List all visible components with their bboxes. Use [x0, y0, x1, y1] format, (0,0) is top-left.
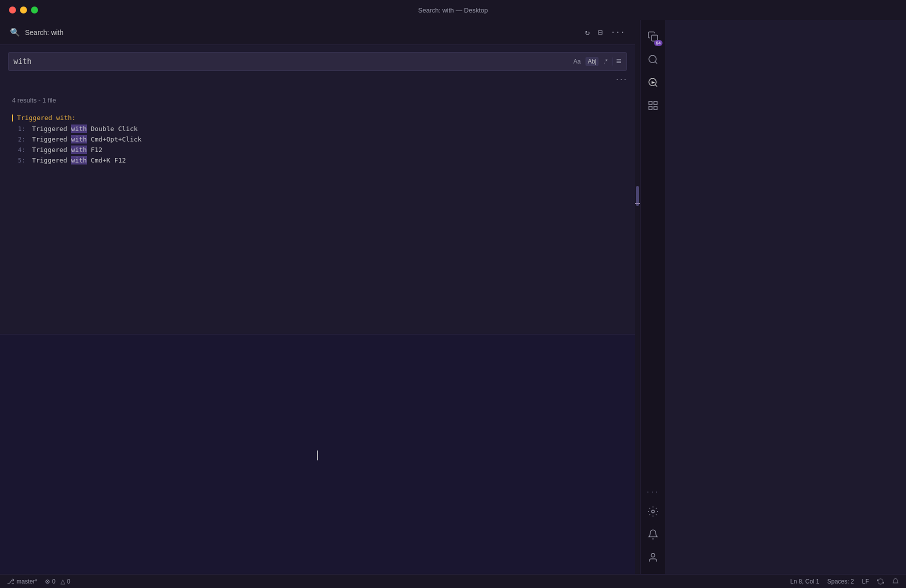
status-branch[interactable]: ⎇ master*	[7, 578, 37, 585]
svg-point-7	[652, 510, 654, 513]
sidebar-item-notifications[interactable]	[642, 524, 664, 545]
sidebar-item-settings[interactable]	[642, 501, 664, 522]
sidebar-item-extensions[interactable]	[642, 95, 664, 116]
search-header-title: Search: with	[25, 28, 64, 36]
status-spaces[interactable]: Spaces: 2	[828, 578, 854, 585]
maximize-button[interactable]	[31, 6, 38, 14]
left-panel: 🔍 Search: with ↻ ⊟ ··· Aa Ab| .* ≡	[0, 20, 635, 574]
main-layout: 🔍 Search: with ↻ ⊟ ··· Aa Ab| .* ≡	[0, 20, 906, 574]
line-content-1: Triggered with Double Click	[32, 125, 138, 132]
scrollbar-track[interactable]	[635, 20, 640, 574]
spaces-text: Spaces: 2	[828, 578, 854, 585]
minimize-button[interactable]	[20, 6, 27, 14]
table-row[interactable]: 4: Triggered with F12	[0, 144, 635, 155]
sidebar-item-search[interactable]	[642, 49, 664, 70]
scrollbar-line	[635, 203, 640, 204]
file-group: Triggered with: 1: Triggered with Double…	[0, 112, 635, 166]
table-row[interactable]: 2: Triggered with Cmd+Opt+Click	[0, 134, 635, 144]
sidebar-item-copy[interactable]: 64	[642, 26, 664, 47]
status-bar: ⎇ master* ⊗ 0 △ 0 Ln 8, Col 1 Spaces: 2 …	[0, 574, 906, 588]
error-icon: ⊗	[45, 578, 50, 585]
search-header-actions: ↻ ⊟ ···	[585, 28, 625, 38]
status-bell[interactable]	[892, 578, 899, 585]
table-row[interactable]: 5: Triggered with Cmd+K F12	[0, 155, 635, 166]
text-cursor: |	[314, 448, 320, 460]
more-icon[interactable]: ···	[610, 28, 625, 37]
results-area[interactable]: 4 results - 1 file Triggered with: 1: Tr…	[0, 86, 635, 334]
sidebar-item-account[interactable]	[642, 547, 664, 568]
position-text: Ln 8, Col 1	[790, 578, 820, 585]
error-count: 0	[52, 578, 56, 585]
line-content-5: Triggered with Cmd+K F12	[32, 156, 126, 164]
title-bar: Search: with — Desktop	[0, 0, 906, 20]
search-header: 🔍 Search: with ↻ ⊟ ···	[0, 20, 635, 45]
match-word-button[interactable]: Ab|	[586, 57, 598, 66]
branch-icon: ⎇	[7, 578, 14, 585]
close-button[interactable]	[9, 6, 16, 14]
match-case-button[interactable]: Aa	[572, 57, 583, 66]
sidebar-item-run[interactable]	[642, 72, 664, 93]
svg-rect-6	[654, 106, 656, 110]
right-sidebar: 64 ···	[640, 20, 665, 574]
filter-menu-icon[interactable]: ≡	[616, 56, 622, 66]
highlight-2: with	[71, 135, 86, 144]
table-row[interactable]: 1: Triggered with Double Click	[0, 124, 635, 134]
encoding-text: LF	[862, 578, 869, 585]
status-right: Ln 8, Col 1 Spaces: 2 LF	[790, 578, 899, 585]
status-sync[interactable]	[877, 578, 884, 585]
more-options-row: ···	[0, 76, 635, 86]
more-options-icon[interactable]: ···	[616, 76, 627, 84]
warning-icon: △	[60, 578, 65, 585]
line-number-4: 4:	[18, 146, 32, 154]
search-controls: Aa Ab| .* ≡	[572, 56, 622, 66]
status-encoding[interactable]: LF	[862, 578, 869, 585]
file-name[interactable]: Triggered with:	[0, 112, 635, 124]
svg-rect-5	[648, 106, 652, 110]
line-content-4: Triggered with F12	[32, 146, 102, 154]
regex-button[interactable]: .*	[602, 57, 610, 66]
search-input-section: Aa Ab| .* ≡	[0, 45, 635, 76]
svg-rect-3	[648, 102, 652, 104]
svg-point-1	[648, 56, 656, 63]
status-errors[interactable]: ⊗ 0 △ 0	[45, 578, 70, 585]
highlight-1: with	[71, 124, 86, 133]
warning-count: 0	[67, 578, 70, 585]
line-number-1: 1:	[18, 126, 32, 132]
window-title: Search: with — Desktop	[418, 6, 488, 14]
highlight-5: with	[71, 156, 86, 164]
line-content-2: Triggered with Cmd+Opt+Click	[32, 136, 142, 143]
traffic-lights[interactable]	[9, 6, 38, 14]
search-input[interactable]	[14, 57, 572, 66]
highlight-4: with	[71, 146, 86, 154]
svg-rect-4	[654, 102, 656, 104]
search-icon: 🔍	[10, 28, 20, 38]
svg-point-8	[651, 554, 654, 557]
result-lines: 1: Triggered with Double Click 2: Trigge…	[0, 124, 635, 166]
editor-area[interactable]: |	[0, 334, 635, 574]
status-position[interactable]: Ln 8, Col 1	[790, 578, 820, 585]
results-summary: 4 results - 1 file	[0, 92, 635, 112]
sidebar-more-icon[interactable]: ···	[646, 485, 660, 499]
controls-divider	[612, 58, 613, 66]
layout-icon[interactable]: ⊟	[598, 28, 603, 38]
refresh-icon[interactable]: ↻	[585, 28, 590, 38]
badge: 64	[654, 40, 662, 46]
line-number-2: 2:	[18, 136, 32, 143]
line-number-5: 5:	[18, 157, 32, 164]
branch-name: master*	[16, 578, 37, 585]
search-input-wrapper[interactable]: Aa Ab| .* ≡	[8, 52, 627, 71]
